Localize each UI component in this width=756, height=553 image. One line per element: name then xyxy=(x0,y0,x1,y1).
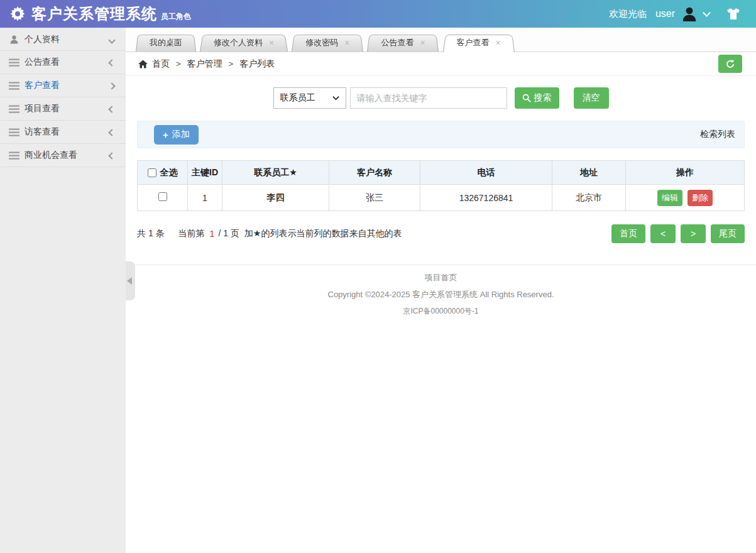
add-button[interactable]: + 添加 xyxy=(154,125,199,145)
search-icon xyxy=(522,94,531,102)
prev-page-button[interactable]: < xyxy=(650,224,676,243)
header-address: 地址 xyxy=(552,161,626,185)
breadcrumb-separator: > xyxy=(176,59,181,68)
tab-bar: 我的桌面 修改个人资料 × 修改密码 × 公告查看 × 客户查看 × xyxy=(126,28,756,52)
add-button-label: 添加 xyxy=(172,129,190,140)
main-area: 我的桌面 修改个人资料 × 修改密码 × 公告查看 × 客户查看 × xyxy=(126,28,756,553)
header-select-all: 全选 xyxy=(138,161,188,185)
cell-address: 北京市 xyxy=(552,185,626,211)
breadcrumb: 首页 > 客户管理 > 客户列表 xyxy=(126,52,756,76)
search-list-label: 检索列表 xyxy=(700,129,735,140)
header-customer-name: 客户名称 xyxy=(329,161,420,185)
cell-select xyxy=(138,185,188,211)
cell-actions: 编辑 删除 xyxy=(626,185,745,211)
total-count: 共 1 条 xyxy=(137,228,165,239)
tab-label: 修改个人资料 xyxy=(214,37,263,48)
chevron-down-icon xyxy=(108,34,116,45)
clear-button[interactable]: 清空 xyxy=(574,87,609,109)
delete-button[interactable]: 删除 xyxy=(688,190,713,206)
search-input[interactable] xyxy=(350,87,507,109)
close-icon[interactable]: × xyxy=(344,38,349,47)
customer-table: 全选 主键ID 联系员工★ 客户名称 电话 地址 操作 1 xyxy=(137,160,745,211)
icp-text: 京ICP备00000000号-1 xyxy=(126,306,756,317)
header-primary-id: 主键ID xyxy=(188,161,222,185)
search-row: 联系员工 搜索 清空 xyxy=(137,87,745,109)
tab-label: 修改密码 xyxy=(305,37,338,48)
cell-phone: 13267126841 xyxy=(420,185,552,211)
sidebar-item-label: 项目查看 xyxy=(25,103,108,114)
cell-customer-name: 张三 xyxy=(329,185,420,211)
sidebar-item-business-opportunities[interactable]: 商业机会查看 xyxy=(0,144,126,167)
sidebar-item-profile[interactable]: 个人资料 xyxy=(0,28,126,51)
project-home-link[interactable]: 项目首页 xyxy=(425,273,457,282)
first-page-button[interactable]: 首页 xyxy=(611,224,645,243)
close-icon[interactable]: × xyxy=(496,38,501,47)
total-pages: / 1 页 xyxy=(218,228,239,239)
edit-button[interactable]: 编辑 xyxy=(657,190,682,206)
sidebar-collapse-handle[interactable] xyxy=(126,261,135,300)
close-icon[interactable]: × xyxy=(269,38,274,47)
chevron-left-icon xyxy=(108,150,116,161)
list-icon xyxy=(9,128,19,137)
chevron-left-icon xyxy=(108,126,116,138)
content-area: 联系员工 搜索 清空 + 添加 xyxy=(126,87,756,243)
tab-edit-profile[interactable]: 修改个人资料 × xyxy=(200,33,288,52)
breadcrumb-customer-list: 客户列表 xyxy=(239,58,275,70)
current-page-prefix: 当前第 xyxy=(178,228,205,239)
tab-change-password[interactable]: 修改密码 × xyxy=(292,33,363,52)
topbar-right: 欢迎光临 user xyxy=(609,6,741,22)
breadcrumb-home[interactable]: 首页 xyxy=(152,58,170,70)
chevron-down-icon xyxy=(332,96,339,101)
filter-select[interactable]: 联系员工 xyxy=(273,87,346,109)
table-row: 1 李四 张三 13267126841 北京市 编辑 删除 xyxy=(138,185,745,211)
list-icon xyxy=(9,81,19,90)
home-icon xyxy=(138,60,148,68)
header-actions: 操作 xyxy=(626,161,745,185)
breadcrumb-customer-management[interactable]: 客户管理 xyxy=(187,58,222,70)
chevron-left-icon xyxy=(127,277,132,285)
pagination: 共 1 条 当前第 1 / 1 页 加★的列表示当前列的数据来自其他的表 首页 … xyxy=(137,224,745,243)
list-icon xyxy=(9,58,19,67)
last-page-button[interactable]: 尾页 xyxy=(711,224,745,243)
refresh-button[interactable] xyxy=(718,55,742,73)
role-label: 员工角色 xyxy=(161,11,191,22)
sidebar-item-label: 客户查看 xyxy=(25,80,108,91)
header-contact-employee: 联系员工★ xyxy=(222,161,329,185)
cell-id: 1 xyxy=(188,185,222,211)
current-page-number: 1 xyxy=(210,229,215,239)
tab-customers[interactable]: 客户查看 × xyxy=(443,33,515,52)
breadcrumb-separator: > xyxy=(229,59,234,68)
cell-contact-employee: 李四 xyxy=(222,185,329,211)
select-all-checkbox[interactable] xyxy=(148,168,156,177)
toolbar-panel: + 添加 检索列表 xyxy=(137,121,745,148)
copyright-text: Copyright ©2024-2025 客户关系管理系统 All Rights… xyxy=(126,289,756,300)
top-header: 客户关系管理系统 员工角色 欢迎光临 user xyxy=(0,0,756,28)
tab-my-desktop[interactable]: 我的桌面 xyxy=(136,33,196,52)
close-icon[interactable]: × xyxy=(420,38,425,47)
chevron-left-icon xyxy=(108,57,116,68)
user-icon xyxy=(9,35,19,44)
table-header-row: 全选 主键ID 联系员工★ 客户名称 电话 地址 操作 xyxy=(138,161,745,185)
filter-selected-value: 联系员工 xyxy=(280,92,332,104)
chevron-right-icon xyxy=(108,80,116,91)
sidebar-item-visitors[interactable]: 访客查看 xyxy=(0,121,126,144)
refresh-icon xyxy=(725,59,735,69)
list-icon xyxy=(9,104,19,114)
username: user xyxy=(655,8,675,19)
row-checkbox[interactable] xyxy=(158,192,167,201)
tshirt-icon[interactable] xyxy=(726,8,741,20)
sidebar-item-announcements[interactable]: 公告查看 xyxy=(0,51,126,74)
sidebar-item-customers[interactable]: 客户查看 xyxy=(0,74,126,97)
chevron-left-icon xyxy=(108,103,116,114)
chevron-down-icon[interactable] xyxy=(703,9,711,17)
brand: 客户关系管理系统 员工角色 xyxy=(10,4,191,24)
tab-announcements[interactable]: 公告查看 × xyxy=(367,33,439,52)
user-avatar-icon[interactable] xyxy=(681,6,698,22)
welcome-text: 欢迎光临 xyxy=(609,8,647,20)
search-button[interactable]: 搜索 xyxy=(515,87,559,109)
sidebar-item-projects[interactable]: 项目查看 xyxy=(0,97,126,121)
gear-icon xyxy=(10,6,25,21)
next-page-button[interactable]: > xyxy=(681,224,706,243)
star-column-note: 加★的列表示当前列的数据来自其他的表 xyxy=(244,228,402,239)
select-all-label: 全选 xyxy=(160,167,178,178)
